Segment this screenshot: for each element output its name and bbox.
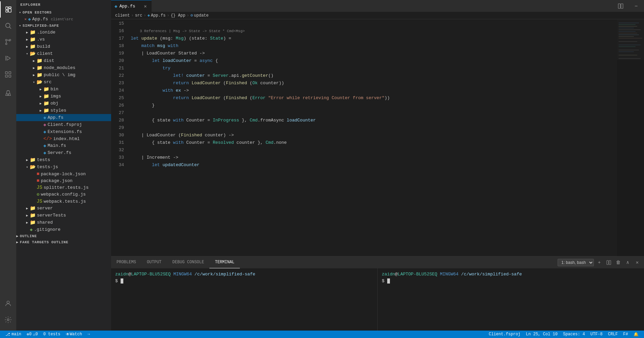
shared-icon: 📁 xyxy=(30,220,36,225)
ionide-label: .ionide xyxy=(37,30,56,35)
tree-build[interactable]: ▶ 📁 build xyxy=(16,43,111,50)
status-project-label: Client.fsproj xyxy=(489,332,521,337)
svg-rect-0 xyxy=(6,7,8,9)
trash-terminal-btn[interactable]: 🗑 xyxy=(614,258,622,267)
accounts-icon[interactable] xyxy=(0,295,16,312)
server-label: Server.fs xyxy=(47,150,71,155)
tab-terminal[interactable]: TERMINAL xyxy=(209,256,240,268)
sidebar-content[interactable]: ▾ OPEN EDITORS ✕ ◆ App.fs client\src ▾ S… xyxy=(16,9,111,331)
add-terminal-btn[interactable]: + xyxy=(595,258,603,267)
tree-webpack-config[interactable]: ⊙ webpack.config.js xyxy=(16,191,111,198)
extensions-icon: ◆ xyxy=(43,129,46,135)
vs-arrow: ▶ xyxy=(24,38,30,42)
tab-debug-console-label: DEBUG CONSOLE xyxy=(172,260,204,265)
tree-server-fs[interactable]: ◆ Server.fs xyxy=(16,149,111,156)
breadcrumb-client[interactable]: client xyxy=(115,13,130,18)
tab-terminal-label: TERMINAL xyxy=(215,260,234,265)
tree-client[interactable]: ▾ 📂 client xyxy=(16,50,111,57)
status-encoding[interactable]: UTF-8 xyxy=(588,331,605,338)
explorer-icon[interactable] xyxy=(0,1,16,18)
open-editors-header[interactable]: ▾ OPEN EDITORS xyxy=(16,9,111,16)
split-editor-icon[interactable] xyxy=(613,0,628,12)
test-icon[interactable] xyxy=(0,85,16,102)
tree-gitignore[interactable]: ◆ .gitignore xyxy=(16,226,111,233)
tree-styles[interactable]: ▶ 📁 styles xyxy=(16,107,111,114)
status-language[interactable]: F# xyxy=(621,331,631,338)
split-terminal-btn[interactable] xyxy=(605,258,613,267)
tree-ionide[interactable]: ▶ 📁 .ionide xyxy=(16,29,111,36)
status-eol[interactable]: CRLF xyxy=(605,331,621,338)
tree-bin[interactable]: ▶ 📁 bin xyxy=(16,86,111,93)
code-line-20: let loadCounter = async { xyxy=(131,57,617,65)
code-line-22: let! counter = Server.api.getCounter() xyxy=(131,72,617,80)
status-tests[interactable]: 0 tests xyxy=(41,331,63,338)
run-debug-icon[interactable] xyxy=(0,50,16,66)
status-watch[interactable]: 👁 Watch xyxy=(63,331,85,338)
tree-appfs[interactable]: ◆ App.fs xyxy=(16,114,111,121)
tree-splitter-tests[interactable]: JS splitter.tests.js xyxy=(16,184,111,191)
imgs-label: imgs xyxy=(50,94,61,99)
tree-imgs[interactable]: ▶ 📁 imgs xyxy=(16,93,111,100)
terminal-line-2: zaidn@LAPTOP-BLU52SEQ MINGW64 /c/work/si… xyxy=(382,271,640,278)
index-icon: </> xyxy=(43,136,52,141)
tree-extensions-fs[interactable]: ◆ Extensions.fs xyxy=(16,128,111,135)
build-label: build xyxy=(37,44,50,49)
extensions-icon[interactable] xyxy=(0,66,16,83)
tree-tests-js[interactable]: ▾ 📂 tests-js xyxy=(16,163,111,171)
status-position[interactable]: Ln 25, Col 10 xyxy=(523,331,560,338)
breadcrumb-update[interactable]: update xyxy=(194,13,209,18)
tree-vs[interactable]: ▶ 📁 .vs xyxy=(16,36,111,43)
tree-client-fsproj[interactable]: ◈ Client.fsproj xyxy=(16,121,111,128)
tree-node-modules[interactable]: ▶ 📁 node_modules xyxy=(16,64,111,71)
tree-main-fs[interactable]: ◆ Main.fs xyxy=(16,142,111,149)
status-watch-icon: 👁 xyxy=(66,332,70,337)
source-control-icon[interactable] xyxy=(0,34,16,50)
svg-rect-1 xyxy=(6,10,8,12)
fake-targets-header[interactable]: ▶ FAKE TARGETS OUTLINE xyxy=(16,239,111,245)
tree-shared[interactable]: ▶ 📁 shared xyxy=(16,219,111,226)
gitignore-label: .gitignore xyxy=(34,227,60,232)
simplified-safe-header[interactable]: ▾ SIMPLIFIED-SAFE xyxy=(16,23,111,29)
settings-icon[interactable] xyxy=(0,312,16,328)
outline-header[interactable]: ▶ OUTLINE xyxy=(16,233,111,239)
code-content[interactable]: 3 References | Msg -> State -> State * C… xyxy=(128,19,617,256)
terminal-selector[interactable]: 1: bash, bash xyxy=(558,259,594,266)
breadcrumb-appfs[interactable]: App.fs xyxy=(151,13,165,18)
tab-debug-console[interactable]: DEBUG CONSOLE xyxy=(167,256,210,268)
tab-output[interactable]: OUTPUT xyxy=(142,256,167,268)
tree-public-img[interactable]: ▶ 📁 public \ img xyxy=(16,71,111,78)
tree-src[interactable]: ▾ 📂 src xyxy=(16,78,111,86)
status-arrow[interactable]: → xyxy=(85,331,92,338)
terminal-pane-2[interactable]: zaidn@LAPTOP-BLU52SEQ MINGW64 /c/work/si… xyxy=(378,268,644,331)
status-notifications[interactable]: 🔔 xyxy=(631,331,641,338)
status-encoding-label: UTF-8 xyxy=(590,332,603,337)
breadcrumb-app[interactable]: {} App xyxy=(171,13,185,18)
status-spaces[interactable]: Spaces: 4 xyxy=(560,331,588,338)
status-branch[interactable]: ⎇ main xyxy=(3,331,24,338)
tree-dist[interactable]: ▶ 📁 dist xyxy=(16,57,111,64)
tab-appfs-close[interactable]: ✕ xyxy=(143,3,148,9)
status-errors[interactable]: ⊗ 0 ⚠ 0 xyxy=(24,331,41,338)
close-panel-btn[interactable]: ✕ xyxy=(633,258,641,267)
search-activity-icon[interactable] xyxy=(0,18,16,34)
tree-package-lock[interactable]: ■ package-lock.json xyxy=(16,171,111,177)
tab-problems[interactable]: PROBLEMS xyxy=(111,256,142,268)
tree-index-html[interactable]: </> index.html xyxy=(16,135,111,142)
breadcrumb-src[interactable]: src xyxy=(135,13,142,18)
tree-tests[interactable]: ▶ 📁 tests xyxy=(16,156,111,163)
tree-webpack-tests[interactable]: JS webpack.tests.js xyxy=(16,198,111,205)
maximize-panel-btn[interactable]: ∧ xyxy=(624,258,632,267)
terminal-pane-1[interactable]: zaidn@LAPTOP-BLU52SEQ MINGW64 /c/work/si… xyxy=(111,268,377,331)
tab-appfs[interactable]: ◆ App.fs ✕ xyxy=(111,0,152,12)
tree-server-tests[interactable]: ▶ 📁 serverTests xyxy=(16,212,111,219)
tree-server[interactable]: ▶ 📁 server xyxy=(16,205,111,212)
styles-arrow: ▶ xyxy=(38,109,43,113)
status-project[interactable]: Client.fsproj xyxy=(486,331,523,338)
more-actions-icon[interactable]: ⋯ xyxy=(628,0,644,12)
imgs-icon: 📁 xyxy=(43,93,49,99)
code-line-21: try xyxy=(131,65,617,72)
shared-arrow: ▶ xyxy=(24,221,30,225)
tree-obj[interactable]: ▶ 📁 obj xyxy=(16,100,111,107)
tree-package-json[interactable]: ■ package.json xyxy=(16,177,111,184)
open-editor-appfs[interactable]: ✕ ◆ App.fs client\src xyxy=(16,16,111,23)
